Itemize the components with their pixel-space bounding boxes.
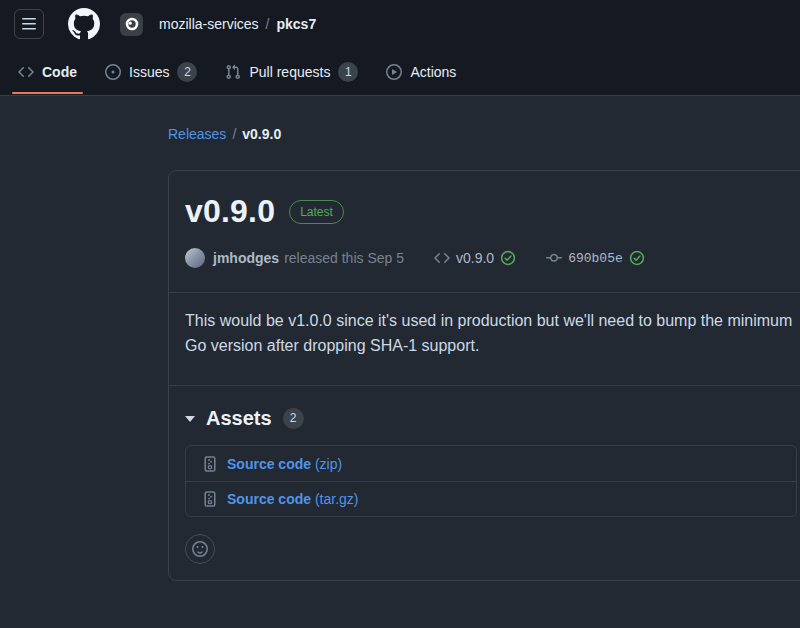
- issues-count-badge: 2: [177, 62, 197, 82]
- asset-row-zip[interactable]: Source code (zip): [186, 446, 796, 481]
- divider: [169, 385, 800, 386]
- repo-nav: Code Issues 2 Pull requests 1 Actions: [0, 48, 800, 96]
- tab-pull-requests-label: Pull requests: [249, 64, 330, 80]
- tab-code[interactable]: Code: [8, 48, 87, 95]
- tag-code-icon: [434, 250, 450, 266]
- asset-row-targz[interactable]: Source code (tar.gz): [186, 481, 796, 516]
- breadcrumb: Releases / v0.9.0: [168, 126, 800, 142]
- github-octocat-icon[interactable]: [68, 8, 100, 40]
- release-title-row: v0.9.0 Latest: [185, 187, 797, 230]
- repo-name-link[interactable]: pkcs7: [276, 16, 316, 32]
- caret-down-icon: [185, 416, 195, 422]
- source-code-targz-link[interactable]: Source code (tar.gz): [227, 491, 359, 507]
- play-circle-icon: [386, 64, 402, 80]
- global-header: mozilla-services / pkcs7: [0, 0, 800, 48]
- hamburger-menu-button[interactable]: [14, 9, 44, 39]
- releases-link[interactable]: Releases: [168, 126, 226, 142]
- breadcrumb-separator: /: [232, 126, 236, 142]
- file-zip-icon: [202, 491, 218, 507]
- commit-sha-link[interactable]: 690b05e: [568, 251, 623, 266]
- smiley-icon: [192, 541, 208, 557]
- author-name-link[interactable]: jmhodges: [213, 250, 279, 266]
- tag-group: v0.9.0: [434, 250, 516, 266]
- breadcrumb-separator: /: [266, 16, 270, 32]
- verified-check-icon[interactable]: [500, 250, 516, 266]
- code-icon: [18, 64, 34, 80]
- release-tag-name: v0.9.0: [456, 250, 494, 266]
- issue-opened-icon: [105, 64, 121, 80]
- assets-heading: Assets: [206, 407, 272, 430]
- tab-pull-requests[interactable]: Pull requests 1: [215, 48, 368, 95]
- commit-group: 690b05e: [546, 250, 645, 266]
- assets-list: Source code (zip) Source code (tar.gz): [185, 445, 797, 517]
- add-reaction-button[interactable]: [185, 534, 215, 564]
- source-code-zip-link[interactable]: Source code (zip): [227, 456, 342, 472]
- breadcrumb-current-tag: v0.9.0: [242, 126, 281, 142]
- release-card: v0.9.0 Latest jmhodges released this Sep…: [168, 170, 800, 581]
- verified-check-icon[interactable]: [629, 250, 645, 266]
- release-meta-row: jmhodges released this Sep 5 v0.9.0 690b…: [185, 248, 797, 268]
- git-commit-icon: [546, 250, 562, 266]
- git-pull-request-icon: [225, 64, 241, 80]
- assets-toggle[interactable]: Assets 2: [185, 407, 797, 430]
- tab-issues-label: Issues: [129, 64, 169, 80]
- pull-requests-count-badge: 1: [338, 62, 358, 82]
- release-description: This would be v1.0.0 since it's used in …: [185, 308, 797, 358]
- file-zip-icon: [202, 456, 218, 472]
- main-content: Releases / v0.9.0 v0.9.0 Latest jmhodges…: [0, 96, 800, 581]
- divider: [169, 292, 800, 293]
- tab-issues[interactable]: Issues 2: [95, 48, 207, 95]
- repo-context-breadcrumb: mozilla-services / pkcs7: [159, 16, 316, 32]
- release-title: v0.9.0: [185, 193, 275, 230]
- released-text: released this Sep 5: [284, 250, 404, 266]
- tab-actions[interactable]: Actions: [376, 48, 466, 95]
- org-avatar[interactable]: [120, 13, 143, 36]
- org-name-link[interactable]: mozilla-services: [159, 16, 259, 32]
- author-avatar[interactable]: [185, 248, 205, 268]
- tab-actions-label: Actions: [410, 64, 456, 80]
- three-bars-icon: [21, 16, 37, 32]
- tab-code-label: Code: [42, 64, 77, 80]
- latest-badge: Latest: [289, 200, 344, 224]
- assets-count-badge: 2: [283, 408, 304, 429]
